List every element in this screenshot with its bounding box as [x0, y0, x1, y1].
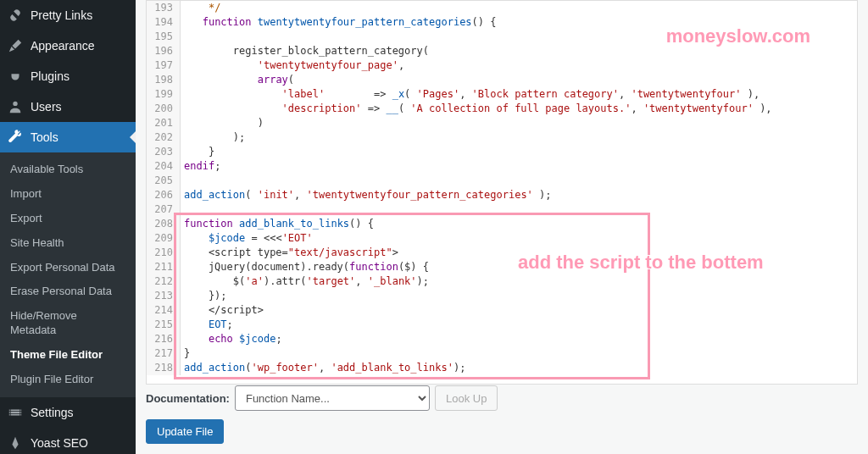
line-number: 211 — [147, 260, 181, 274]
code-content[interactable]: 'twentytwentyfour_page', — [181, 58, 404, 73]
code-content[interactable]: array( — [181, 73, 294, 87]
code-line[interactable]: 201 ) — [147, 116, 857, 130]
code-content[interactable] — [181, 202, 184, 217]
yoast-icon — [7, 435, 24, 451]
code-content[interactable]: */ — [181, 1, 220, 15]
line-number: 201 — [147, 116, 181, 130]
code-line[interactable]: 216 echo $jcode; — [147, 332, 857, 346]
wrench-icon — [7, 129, 24, 146]
line-number: 199 — [147, 87, 181, 102]
code-line[interactable]: 204endif; — [147, 159, 857, 174]
sidebar-sub-available-tools[interactable]: Available Tools — [0, 158, 136, 182]
code-content[interactable]: }); — [181, 289, 227, 303]
code-content[interactable]: function add_blank_to_links() { — [181, 217, 374, 231]
code-line[interactable]: 212 $('a').attr('target', '_blank'); — [147, 274, 857, 289]
watermark-text: moneyslow.com — [666, 25, 810, 47]
code-line[interactable]: 215 EOT; — [147, 318, 857, 332]
code-content[interactable]: add_action( 'init', 'twentytwentyfour_pa… — [181, 188, 552, 202]
sidebar-item-label: Tools — [31, 130, 58, 144]
code-content[interactable]: endif; — [181, 159, 220, 174]
code-line[interactable]: 202 ); — [147, 130, 857, 145]
sidebar-item-label: Yoast SEO — [31, 436, 88, 450]
line-number: 193 — [147, 1, 181, 15]
sidebar-item-users[interactable]: Users — [0, 91, 136, 122]
plug-icon — [7, 68, 24, 85]
documentation-row: Documentation: Function Name... Look Up — [146, 385, 498, 411]
function-select[interactable]: Function Name... — [235, 385, 430, 411]
line-number: 209 — [147, 231, 181, 246]
code-line[interactable]: 193 */ — [147, 1, 857, 15]
sidebar-item-settings[interactable]: Settings — [0, 397, 136, 428]
line-number: 195 — [147, 30, 181, 44]
line-number: 200 — [147, 102, 181, 116]
code-content[interactable]: EOT; — [181, 318, 233, 332]
sidebar-submenu: Available ToolsImportExportSite HealthEx… — [0, 152, 136, 397]
sidebar-sub-theme-file-editor[interactable]: Theme File Editor — [0, 343, 136, 368]
code-content[interactable]: jQuery(document).ready(function($) { — [181, 260, 429, 274]
code-content[interactable] — [181, 174, 184, 188]
annotation-text: add the script to the bottem — [518, 252, 764, 274]
code-content[interactable]: </script> — [181, 303, 264, 318]
code-line[interactable]: 206add_action( 'init', 'twentytwentyfour… — [147, 188, 857, 202]
sidebar-sub-export-personal-data[interactable]: Export Personal Data — [0, 256, 136, 280]
line-number: 197 — [147, 58, 181, 73]
code-line[interactable]: 213 }); — [147, 289, 857, 303]
line-number: 207 — [147, 202, 181, 217]
sidebar-item-label: Appearance — [31, 39, 95, 53]
code-content[interactable]: add_action('wp_footer', 'add_blank_to_li… — [181, 361, 465, 375]
code-editor[interactable]: 193 */194 function twentytwentyfour_patt… — [146, 0, 858, 385]
sidebar-item-appearance[interactable]: Appearance — [0, 30, 136, 61]
sidebar-item-tools[interactable]: Tools — [0, 122, 136, 152]
code-content[interactable]: function twentytwentyfour_pattern_catego… — [181, 15, 497, 30]
code-content[interactable] — [181, 30, 184, 44]
code-content[interactable]: <script type="text/javascript"> — [181, 246, 398, 260]
sidebar-sub-plugin-file-editor[interactable]: Plugin File Editor — [0, 368, 136, 392]
line-number: 217 — [147, 346, 181, 361]
sidebar-sub-site-health[interactable]: Site Health — [0, 231, 136, 256]
line-number: 205 — [147, 174, 181, 188]
code-line[interactable]: 208function add_blank_to_links() { — [147, 217, 857, 231]
sidebar-sub-import[interactable]: Import — [0, 182, 136, 207]
code-content[interactable]: ); — [181, 130, 245, 145]
code-line[interactable]: 217} — [147, 346, 857, 361]
code-content[interactable]: ) — [181, 116, 264, 130]
code-content[interactable]: 'label' => _x( 'Pages', 'Block pattern c… — [181, 87, 760, 102]
code-content[interactable]: $('a').attr('target', '_blank'); — [181, 274, 429, 289]
sidebar-sub-export[interactable]: Export — [0, 207, 136, 231]
code-content[interactable]: } — [181, 145, 214, 159]
code-line[interactable]: 209 $jcode = <<<'EOT' — [147, 231, 857, 246]
sidebar-item-pretty-links[interactable]: Pretty Links — [0, 0, 136, 30]
svg-point-0 — [13, 102, 17, 106]
line-number: 196 — [147, 44, 181, 58]
code-line[interactable]: 214 </script> — [147, 303, 857, 318]
code-line[interactable]: 199 'label' => _x( 'Pages', 'Block patte… — [147, 87, 857, 102]
update-file-button[interactable]: Update File — [146, 419, 224, 444]
sidebar-sub-erase-personal-data[interactable]: Erase Personal Data — [0, 280, 136, 304]
code-content[interactable]: echo $jcode; — [181, 332, 282, 346]
code-line[interactable]: 205 — [147, 174, 857, 188]
code-content[interactable]: $jcode = <<<'EOT' — [181, 231, 313, 246]
sidebar-item-plugins[interactable]: Plugins — [0, 61, 136, 91]
code-line[interactable]: 218add_action('wp_footer', 'add_blank_to… — [147, 361, 857, 375]
line-number: 212 — [147, 274, 181, 289]
code-content[interactable]: } — [181, 346, 190, 361]
admin-sidebar: Pretty LinksAppearancePluginsUsers Tools… — [0, 0, 136, 454]
sidebar-item-label: Users — [31, 100, 62, 114]
brush-icon — [7, 37, 24, 54]
line-number: 218 — [147, 361, 181, 375]
line-number: 208 — [147, 217, 181, 231]
sidebar-item-yoast-seo[interactable]: Yoast SEO — [0, 428, 136, 454]
line-number: 198 — [147, 73, 181, 87]
code-line[interactable]: 200 'description' => __( 'A collection o… — [147, 102, 857, 116]
lookup-button[interactable]: Look Up — [435, 385, 498, 411]
code-line[interactable]: 207 — [147, 202, 857, 217]
documentation-label: Documentation: — [146, 392, 230, 405]
sidebar-sub-hide-remove-metadata[interactable]: Hide/Remove Metadata — [0, 304, 136, 343]
settings-icon — [7, 404, 24, 421]
code-line[interactable]: 198 array( — [147, 73, 857, 87]
code-content[interactable]: register_block_pattern_category( — [181, 44, 429, 58]
code-content[interactable]: 'description' => __( 'A collection of fu… — [181, 102, 772, 116]
code-line[interactable]: 203 } — [147, 145, 857, 159]
editor-footer: Documentation: Function Name... Look Up … — [146, 385, 498, 444]
code-line[interactable]: 197 'twentytwentyfour_page', — [147, 58, 857, 73]
